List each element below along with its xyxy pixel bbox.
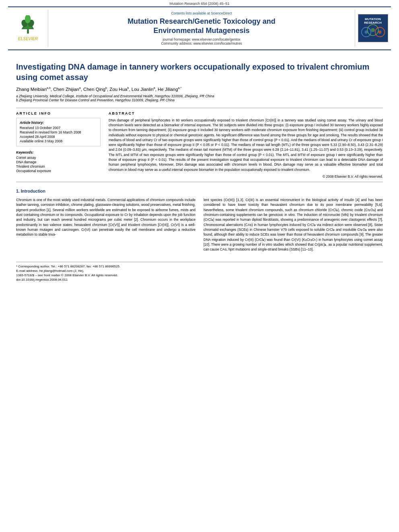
svg-rect-0 [27, 29, 29, 34]
available-date: Available online 3 May 2008 [20, 139, 97, 143]
keyword-4: Occupational exposure [16, 169, 101, 173]
affiliation-a: a Zhejiang University, Medical College, … [16, 94, 383, 98]
article-title: Investigating DNA damage in tannery work… [16, 62, 383, 82]
journal-citation: Mutation Research 654 (2008) 45–51 [169, 2, 229, 6]
copyright: © 2008 Elsevier B.V. All rights reserved… [109, 175, 383, 179]
journal-title-main: Mutation Research/Genetic Toxicology and… [52, 17, 351, 36]
mutation-research-logo-img: MUTATION RESEARCH [358, 14, 388, 42]
article-info-abstract-section: ARTICLE INFO Article history: Received 1… [16, 111, 383, 179]
article-footer: * Corresponding author. Tel.: +86 571 88… [16, 262, 383, 281]
article-content: Investigating DNA damage in tannery work… [0, 50, 399, 291]
mutation-research-logo: MUTATION RESEARCH [355, 10, 391, 47]
mutation-logo-icon: MUTATION RESEARCH [358, 14, 388, 42]
elsevier-tree-icon [17, 15, 39, 35]
affiliation-b: b Zhejiang Provincial Center for Disease… [16, 98, 383, 102]
keywords-label: Keywords: [16, 150, 101, 154]
keywords-box: Keywords: Comet assay DNA damage Trivale… [16, 150, 101, 173]
intro-col-right: lent species (Cr(III)) [1,3]. Cr(III) is… [204, 197, 383, 254]
authors: Zhang Meibiana,b, Chen Zhijiana, Chen Qi… [16, 86, 383, 92]
journal-header: ELSEVIER Contents lists available at Sci… [8, 6, 391, 50]
history-label: Article history: [20, 121, 97, 125]
svg-text:MUTATION: MUTATION [365, 17, 381, 21]
accepted-date: Accepted 28 April 2008 [20, 135, 97, 139]
abstract-col: ABSTRACT DNA damage of peripheral lympho… [109, 111, 383, 179]
body-divider [16, 182, 383, 182]
abstract-text: DNA damage of peripheral lymphocytes in … [109, 118, 383, 172]
introduction-section: 1. Introduction Chromium is one of the m… [16, 189, 383, 254]
intro-text-left: Chromium is one of the most widely used … [16, 197, 195, 237]
keyword-2: DNA damage [16, 160, 101, 164]
page-wrapper: Mutation Research 654 (2008) 45–51 ELSEV… [0, 0, 399, 290]
header-divider [16, 108, 383, 108]
intro-text-right: lent species (Cr(III)) [1,3]. Cr(III) is… [204, 197, 383, 252]
journal-center: Contents lists available at ScienceDirec… [48, 10, 355, 47]
svg-point-12 [365, 31, 368, 34]
article-info-col: ARTICLE INFO Article history: Received 1… [16, 111, 101, 179]
keyword-1: Comet assay [16, 156, 101, 160]
footer-doi: doi:10.1016/j.mrgentox.2008.04.011 [16, 278, 383, 281]
article-info-heading: ARTICLE INFO [16, 111, 101, 115]
svg-point-13 [371, 28, 375, 32]
affiliations: a Zhejiang University, Medical College, … [16, 94, 383, 102]
elsevier-logo: ELSEVIER [8, 10, 48, 47]
article-info-box: Article history: Received 13 October 200… [16, 118, 101, 146]
keyword-3: Trivalent chromium [16, 164, 101, 168]
introduction-body: Chromium is one of the most widely used … [16, 197, 383, 254]
footer-corresponding: * Corresponding author. Tel.: +86 571 88… [16, 265, 383, 268]
elsevier-label: ELSEVIER [18, 37, 38, 41]
svg-text:RESEARCH: RESEARCH [364, 21, 382, 25]
footer-issn: 1383-5718/$ – see front matter © 2008 El… [16, 273, 383, 277]
journal-urls: journal homepage: www.elsevier.com/locat… [52, 37, 351, 45]
footer-email: E-mail address: he.jiliang@hotmail.com (… [16, 269, 383, 273]
received-date: Received 13 October 2007 [20, 126, 97, 130]
abstract-heading: ABSTRACT [109, 111, 383, 115]
intro-col-left: Chromium is one of the most widely used … [16, 197, 195, 254]
svg-point-14 [378, 31, 382, 34]
received-revised-date: Received in revised form 16 March 2008 [20, 130, 97, 134]
journal-top-bar: Mutation Research 654 (2008) 45–51 [0, 0, 399, 6]
introduction-heading: 1. Introduction [16, 189, 383, 193]
sciencedirect-text: Contents lists available at ScienceDirec… [52, 11, 351, 15]
